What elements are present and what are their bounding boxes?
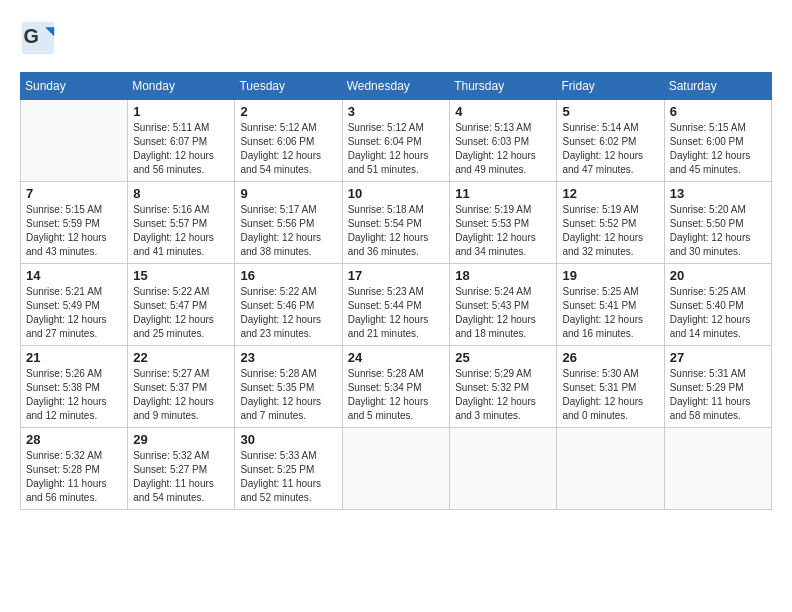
day-number: 10 [348, 186, 445, 201]
day-number: 23 [240, 350, 336, 365]
day-info: Sunrise: 5:29 AMSunset: 5:32 PMDaylight:… [455, 367, 551, 423]
day-info: Sunrise: 5:12 AMSunset: 6:06 PMDaylight:… [240, 121, 336, 177]
day-number: 13 [670, 186, 766, 201]
day-info: Sunrise: 5:27 AMSunset: 5:37 PMDaylight:… [133, 367, 229, 423]
day-info: Sunrise: 5:19 AMSunset: 5:52 PMDaylight:… [562, 203, 658, 259]
day-number: 12 [562, 186, 658, 201]
day-number: 1 [133, 104, 229, 119]
day-info: Sunrise: 5:22 AMSunset: 5:47 PMDaylight:… [133, 285, 229, 341]
day-number: 28 [26, 432, 122, 447]
calendar-cell: 30 Sunrise: 5:33 AMSunset: 5:25 PMDaylig… [235, 428, 342, 510]
day-number: 3 [348, 104, 445, 119]
day-number: 20 [670, 268, 766, 283]
calendar-cell: 16 Sunrise: 5:22 AMSunset: 5:46 PMDaylig… [235, 264, 342, 346]
calendar-cell: 28 Sunrise: 5:32 AMSunset: 5:28 PMDaylig… [21, 428, 128, 510]
day-number: 26 [562, 350, 658, 365]
day-info: Sunrise: 5:13 AMSunset: 6:03 PMDaylight:… [455, 121, 551, 177]
day-info: Sunrise: 5:19 AMSunset: 5:53 PMDaylight:… [455, 203, 551, 259]
day-number: 24 [348, 350, 445, 365]
calendar-header-row: SundayMondayTuesdayWednesdayThursdayFrid… [21, 73, 772, 100]
day-number: 11 [455, 186, 551, 201]
day-info: Sunrise: 5:14 AMSunset: 6:02 PMDaylight:… [562, 121, 658, 177]
calendar-cell: 3 Sunrise: 5:12 AMSunset: 6:04 PMDayligh… [342, 100, 450, 182]
calendar-cell: 6 Sunrise: 5:15 AMSunset: 6:00 PMDayligh… [664, 100, 771, 182]
day-header-saturday: Saturday [664, 73, 771, 100]
day-number: 5 [562, 104, 658, 119]
calendar-cell: 26 Sunrise: 5:30 AMSunset: 5:31 PMDaylig… [557, 346, 664, 428]
calendar-cell: 24 Sunrise: 5:28 AMSunset: 5:34 PMDaylig… [342, 346, 450, 428]
calendar-cell: 19 Sunrise: 5:25 AMSunset: 5:41 PMDaylig… [557, 264, 664, 346]
calendar-cell: 13 Sunrise: 5:20 AMSunset: 5:50 PMDaylig… [664, 182, 771, 264]
day-info: Sunrise: 5:30 AMSunset: 5:31 PMDaylight:… [562, 367, 658, 423]
calendar-cell: 29 Sunrise: 5:32 AMSunset: 5:27 PMDaylig… [128, 428, 235, 510]
day-number: 18 [455, 268, 551, 283]
calendar-cell [450, 428, 557, 510]
day-header-tuesday: Tuesday [235, 73, 342, 100]
calendar-cell [664, 428, 771, 510]
day-info: Sunrise: 5:15 AMSunset: 6:00 PMDaylight:… [670, 121, 766, 177]
calendar-week-row: 14 Sunrise: 5:21 AMSunset: 5:49 PMDaylig… [21, 264, 772, 346]
day-info: Sunrise: 5:28 AMSunset: 5:35 PMDaylight:… [240, 367, 336, 423]
calendar-cell [342, 428, 450, 510]
calendar-cell: 7 Sunrise: 5:15 AMSunset: 5:59 PMDayligh… [21, 182, 128, 264]
day-info: Sunrise: 5:11 AMSunset: 6:07 PMDaylight:… [133, 121, 229, 177]
day-number: 17 [348, 268, 445, 283]
calendar-week-row: 21 Sunrise: 5:26 AMSunset: 5:38 PMDaylig… [21, 346, 772, 428]
day-number: 7 [26, 186, 122, 201]
calendar-week-row: 28 Sunrise: 5:32 AMSunset: 5:28 PMDaylig… [21, 428, 772, 510]
day-info: Sunrise: 5:20 AMSunset: 5:50 PMDaylight:… [670, 203, 766, 259]
day-info: Sunrise: 5:31 AMSunset: 5:29 PMDaylight:… [670, 367, 766, 423]
day-number: 27 [670, 350, 766, 365]
calendar-cell: 18 Sunrise: 5:24 AMSunset: 5:43 PMDaylig… [450, 264, 557, 346]
day-info: Sunrise: 5:25 AMSunset: 5:41 PMDaylight:… [562, 285, 658, 341]
day-info: Sunrise: 5:32 AMSunset: 5:27 PMDaylight:… [133, 449, 229, 505]
calendar-cell: 5 Sunrise: 5:14 AMSunset: 6:02 PMDayligh… [557, 100, 664, 182]
calendar-week-row: 7 Sunrise: 5:15 AMSunset: 5:59 PMDayligh… [21, 182, 772, 264]
day-number: 22 [133, 350, 229, 365]
day-number: 25 [455, 350, 551, 365]
day-header-friday: Friday [557, 73, 664, 100]
logo-icon: G [20, 20, 56, 56]
day-number: 6 [670, 104, 766, 119]
calendar-cell: 1 Sunrise: 5:11 AMSunset: 6:07 PMDayligh… [128, 100, 235, 182]
day-number: 21 [26, 350, 122, 365]
day-number: 15 [133, 268, 229, 283]
day-number: 30 [240, 432, 336, 447]
calendar-cell: 27 Sunrise: 5:31 AMSunset: 5:29 PMDaylig… [664, 346, 771, 428]
day-info: Sunrise: 5:26 AMSunset: 5:38 PMDaylight:… [26, 367, 122, 423]
day-info: Sunrise: 5:33 AMSunset: 5:25 PMDaylight:… [240, 449, 336, 505]
day-number: 4 [455, 104, 551, 119]
day-number: 16 [240, 268, 336, 283]
calendar-cell: 21 Sunrise: 5:26 AMSunset: 5:38 PMDaylig… [21, 346, 128, 428]
calendar-cell: 11 Sunrise: 5:19 AMSunset: 5:53 PMDaylig… [450, 182, 557, 264]
calendar-cell: 20 Sunrise: 5:25 AMSunset: 5:40 PMDaylig… [664, 264, 771, 346]
day-info: Sunrise: 5:22 AMSunset: 5:46 PMDaylight:… [240, 285, 336, 341]
calendar-cell: 23 Sunrise: 5:28 AMSunset: 5:35 PMDaylig… [235, 346, 342, 428]
calendar-cell: 10 Sunrise: 5:18 AMSunset: 5:54 PMDaylig… [342, 182, 450, 264]
day-header-thursday: Thursday [450, 73, 557, 100]
day-info: Sunrise: 5:21 AMSunset: 5:49 PMDaylight:… [26, 285, 122, 341]
calendar-cell: 17 Sunrise: 5:23 AMSunset: 5:44 PMDaylig… [342, 264, 450, 346]
calendar-cell: 15 Sunrise: 5:22 AMSunset: 5:47 PMDaylig… [128, 264, 235, 346]
day-info: Sunrise: 5:28 AMSunset: 5:34 PMDaylight:… [348, 367, 445, 423]
calendar-cell: 14 Sunrise: 5:21 AMSunset: 5:49 PMDaylig… [21, 264, 128, 346]
day-info: Sunrise: 5:12 AMSunset: 6:04 PMDaylight:… [348, 121, 445, 177]
day-info: Sunrise: 5:16 AMSunset: 5:57 PMDaylight:… [133, 203, 229, 259]
day-header-sunday: Sunday [21, 73, 128, 100]
page-header: G [20, 20, 772, 56]
day-info: Sunrise: 5:15 AMSunset: 5:59 PMDaylight:… [26, 203, 122, 259]
calendar-cell: 9 Sunrise: 5:17 AMSunset: 5:56 PMDayligh… [235, 182, 342, 264]
day-header-monday: Monday [128, 73, 235, 100]
logo: G [20, 20, 60, 56]
day-number: 14 [26, 268, 122, 283]
calendar-week-row: 1 Sunrise: 5:11 AMSunset: 6:07 PMDayligh… [21, 100, 772, 182]
day-number: 8 [133, 186, 229, 201]
calendar-cell [21, 100, 128, 182]
calendar-cell: 22 Sunrise: 5:27 AMSunset: 5:37 PMDaylig… [128, 346, 235, 428]
day-number: 19 [562, 268, 658, 283]
calendar-cell [557, 428, 664, 510]
calendar-table: SundayMondayTuesdayWednesdayThursdayFrid… [20, 72, 772, 510]
day-info: Sunrise: 5:23 AMSunset: 5:44 PMDaylight:… [348, 285, 445, 341]
calendar-cell: 2 Sunrise: 5:12 AMSunset: 6:06 PMDayligh… [235, 100, 342, 182]
day-info: Sunrise: 5:24 AMSunset: 5:43 PMDaylight:… [455, 285, 551, 341]
